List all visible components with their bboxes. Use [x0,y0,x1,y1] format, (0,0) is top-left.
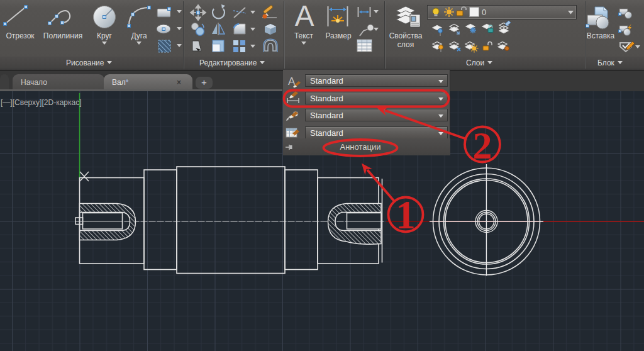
svg-text:2: 2 [473,124,492,167]
svg-text:1: 1 [396,193,416,237]
